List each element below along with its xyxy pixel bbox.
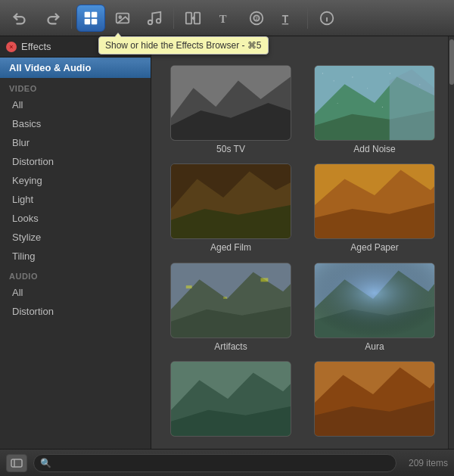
search-icon: 🔍 (40, 458, 51, 468)
effect-label-aura: Aura (365, 341, 384, 352)
sidebar-item-basics[interactable]: Basics (0, 114, 151, 133)
music-button[interactable] (140, 5, 169, 32)
svg-rect-33 (382, 107, 383, 107)
titles-button[interactable]: T (210, 5, 239, 32)
effect-item-partial-2[interactable] (307, 361, 442, 440)
toolbar: T ② T Show or hide the Effects Browser -… (0, 0, 454, 36)
separator-1 (71, 8, 72, 29)
svg-rect-3 (92, 18, 97, 23)
sidebar-item-blur[interactable]: Blur (0, 133, 151, 152)
sidebar-item-distortion[interactable]: Distortion (0, 152, 151, 171)
sidebar-item-stylize[interactable]: Stylize (0, 228, 151, 247)
content-scrollbar[interactable] (448, 36, 454, 449)
svg-rect-28 (352, 76, 353, 77)
sidebar-content: All Video & Audio VIDEO All Basics Blur … (0, 58, 151, 449)
svg-rect-51 (315, 263, 434, 338)
separator-3 (307, 8, 308, 29)
effect-item-aged-film[interactable]: Aged Film (163, 163, 298, 253)
svg-rect-21 (171, 66, 291, 140)
separator-2 (173, 8, 174, 29)
svg-rect-47 (261, 278, 269, 282)
effect-thumb-partial-2 (314, 361, 435, 437)
svg-text:T: T (219, 12, 227, 24)
sidebar-item-audio-all[interactable]: All (0, 283, 151, 302)
sidebar-item-tiling[interactable]: Tiling (0, 247, 151, 266)
map-button[interactable]: ② (242, 5, 271, 32)
effect-item-partial-1[interactable] (163, 361, 298, 440)
panel-toggle-button[interactable] (6, 454, 27, 472)
svg-rect-1 (92, 11, 97, 17)
svg-text:②: ② (254, 15, 259, 22)
sidebar-item-keying[interactable]: Keying (0, 171, 151, 190)
svg-rect-37 (171, 164, 291, 238)
main-area: × Effects All All Video & Audio VIDEO Al… (0, 36, 454, 449)
tooltip: Show or hide the Effects Browser - ⌘5 (98, 36, 269, 54)
effect-item-artifacts[interactable]: Artifacts (163, 263, 298, 352)
sidebar-item-video-all[interactable]: All (0, 95, 151, 114)
svg-rect-58 (315, 362, 434, 436)
svg-rect-27 (334, 80, 334, 81)
svg-rect-59 (11, 459, 22, 467)
svg-rect-32 (337, 103, 338, 104)
svg-rect-8 (186, 12, 191, 23)
search-bar: 🔍 (33, 454, 396, 472)
svg-rect-30 (390, 73, 390, 74)
effect-item-50s-tv[interactable]: 50s TV (163, 65, 298, 154)
effects-grid: 50s TV (151, 62, 454, 449)
effect-thumb-50s-tv (170, 65, 291, 141)
content-area: Video Effects 50s TV (151, 36, 454, 449)
svg-rect-29 (367, 88, 368, 89)
effect-thumb-artifacts (170, 263, 291, 338)
effect-item-add-noise[interactable]: Add Noise (307, 65, 442, 154)
redo-button[interactable] (38, 5, 67, 32)
sidebar-close-button[interactable]: × (6, 42, 17, 52)
sidebar-title: Effects (21, 41, 51, 52)
effect-label-50s-tv: 50s TV (216, 144, 245, 154)
svg-rect-46 (223, 297, 227, 299)
bottom-bar: 🔍 209 items (0, 449, 454, 476)
items-count: 209 items (403, 458, 448, 468)
svg-point-5 (119, 16, 121, 18)
effect-item-aged-paper[interactable]: Aged Paper (307, 163, 442, 253)
effect-thumb-partial-1 (170, 361, 291, 437)
svg-point-6 (148, 20, 153, 24)
effects-browser-button[interactable] (76, 5, 105, 32)
text-button[interactable]: T (274, 5, 303, 32)
sidebar-item-all-video-audio[interactable]: All Video & Audio (0, 58, 151, 78)
effect-label-artifacts: Artifacts (214, 341, 247, 352)
svg-rect-45 (186, 285, 192, 288)
photo-button[interactable] (108, 5, 137, 32)
info-button[interactable] (313, 5, 341, 32)
svg-rect-26 (322, 73, 323, 74)
effect-thumb-aged-paper (314, 163, 435, 239)
effect-thumb-aged-film (170, 163, 291, 239)
sidebar-item-audio-distortion[interactable]: Distortion (0, 302, 151, 321)
effect-label-add-noise: Add Noise (353, 144, 395, 154)
tooltip-text: Show or hide the Effects Browser - ⌘5 (105, 40, 262, 51)
svg-text:T: T (282, 13, 289, 24)
sidebar-item-looks[interactable]: Looks (0, 209, 151, 228)
svg-rect-41 (315, 164, 434, 238)
content-scrollbar-thumb (449, 39, 454, 85)
svg-rect-31 (419, 84, 420, 85)
sidebar-section-audio: AUDIO (0, 266, 151, 283)
sidebar-section-video: VIDEO (0, 78, 151, 95)
svg-point-7 (157, 18, 161, 22)
effect-thumb-aura (314, 263, 435, 338)
transitions-button[interactable] (179, 5, 207, 32)
sidebar-item-light[interactable]: Light (0, 190, 151, 209)
effect-label-aged-paper: Aged Paper (350, 242, 398, 253)
search-input[interactable] (56, 458, 390, 468)
svg-rect-2 (85, 18, 90, 23)
svg-rect-0 (85, 11, 90, 17)
effect-label-aged-film: Aged Film (210, 242, 251, 253)
effect-item-aura[interactable]: Aura (307, 263, 442, 352)
undo-button[interactable] (6, 5, 35, 32)
sidebar: × Effects All All Video & Audio VIDEO Al… (0, 36, 151, 449)
effect-thumb-add-noise (314, 65, 435, 141)
